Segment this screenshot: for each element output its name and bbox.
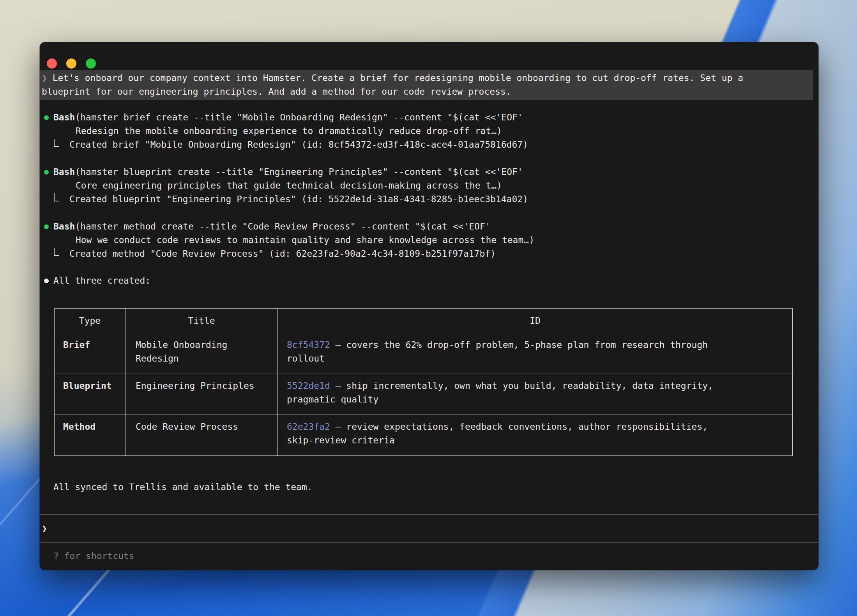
cell-title: Mobile Onboarding Redesign — [125, 333, 278, 374]
command-block: Bash(hamster method create --title "Code… — [40, 220, 818, 261]
summary-heading: All three created: — [53, 274, 150, 288]
id-description: — review expectations, feedback conventi… — [287, 422, 713, 445]
tool-result: Created blueprint "Engineering Principle… — [69, 192, 528, 206]
cell-type: Blueprint — [55, 374, 125, 415]
tool-result: Created method "Code Review Process" (id… — [69, 247, 496, 261]
summary-line: All three created: — [40, 274, 818, 288]
result-connector-icon — [54, 139, 59, 147]
tool-name: Bash — [53, 167, 75, 177]
cell-type: Method — [55, 415, 125, 456]
sync-note: All synced to Trellis and available to t… — [40, 480, 818, 494]
window-titlebar — [40, 42, 818, 70]
minimize-button[interactable] — [66, 58, 76, 69]
status-bar: ? for shortcuts — [40, 543, 818, 563]
terminal-window: ❯Let's onboard our company context into … — [40, 42, 818, 570]
terminal-output: Bash(hamster brief create --title "Mobil… — [40, 111, 818, 563]
tool-name: Bash — [53, 112, 75, 122]
id-hash: 5522de1d — [287, 381, 330, 391]
table-row: Brief Mobile Onboarding Redesign 8cf5437… — [55, 333, 793, 374]
table-row: Blueprint Engineering Principles 5522de1… — [55, 374, 793, 415]
table-header-id: ID — [278, 309, 793, 333]
cell-title: Engineering Principles — [125, 374, 278, 415]
tool-invocation-continuation: Core engineering principles that guide t… — [40, 179, 818, 192]
tool-result: Created brief "Mobile Onboarding Redesig… — [69, 138, 528, 152]
tool-success-bullet-icon — [44, 224, 49, 229]
assistant-bullet-icon — [44, 279, 49, 283]
cell-id: 5522de1d — ship incrementally, own what … — [278, 374, 793, 415]
prompt-message: Let's onboard our company context into H… — [42, 73, 743, 97]
input-caret-icon: ❯ — [42, 522, 47, 535]
command-block: Bash(hamster blueprint create --title "E… — [40, 165, 818, 206]
result-connector-icon — [54, 248, 59, 256]
result-connector-icon — [54, 193, 59, 201]
id-hash: 62e23fa2 — [287, 422, 330, 432]
table-row: Method Code Review Process 62e23fa2 — re… — [55, 415, 793, 456]
zoom-button[interactable] — [86, 58, 96, 69]
id-description: — covers the 62% drop-off problem, 5-pha… — [287, 340, 713, 364]
tool-success-bullet-icon — [44, 115, 49, 120]
terminal-input-row[interactable]: ❯ — [40, 515, 818, 542]
cell-title: Code Review Process — [125, 415, 278, 456]
tool-invocation: (hamster brief create --title "Mobile On… — [75, 112, 523, 122]
tool-call: Bash(hamster method create --title "Code… — [53, 220, 491, 233]
tool-success-bullet-icon — [44, 170, 49, 175]
tool-name: Bash — [53, 221, 75, 231]
tool-invocation: (hamster blueprint create --title "Engin… — [75, 167, 523, 177]
id-hash: 8cf54372 — [287, 340, 330, 350]
command-block: Bash(hamster brief create --title "Mobil… — [40, 111, 818, 152]
table-header-title: Title — [125, 309, 278, 333]
tool-invocation: (hamster method create --title "Code Rev… — [75, 221, 490, 231]
tool-invocation-continuation: How we conduct code reviews to maintain … — [40, 233, 818, 247]
prompt-caret-icon: ❯ — [42, 73, 47, 83]
shortcuts-hint: ? for shortcuts — [53, 551, 134, 561]
tool-call: Bash(hamster blueprint create --title "E… — [53, 165, 523, 179]
tool-call: Bash(hamster brief create --title "Mobil… — [53, 111, 523, 124]
cell-type: Brief — [55, 333, 125, 374]
close-button[interactable] — [47, 58, 57, 69]
cell-id: 8cf54372 — covers the 62% drop-off probl… — [278, 333, 793, 374]
id-description: — ship incrementally, own what you build… — [287, 381, 719, 404]
table-header-row: Type Title ID — [55, 309, 793, 333]
table-header-type: Type — [55, 309, 125, 333]
results-table: Type Title ID Brief Mobile Onboarding Re… — [54, 308, 793, 456]
user-prompt-bar: ❯Let's onboard our company context into … — [40, 70, 813, 100]
cell-id: 62e23fa2 — review expectations, feedback… — [278, 415, 793, 456]
tool-invocation-continuation: Redesign the mobile onboarding experienc… — [40, 124, 818, 138]
